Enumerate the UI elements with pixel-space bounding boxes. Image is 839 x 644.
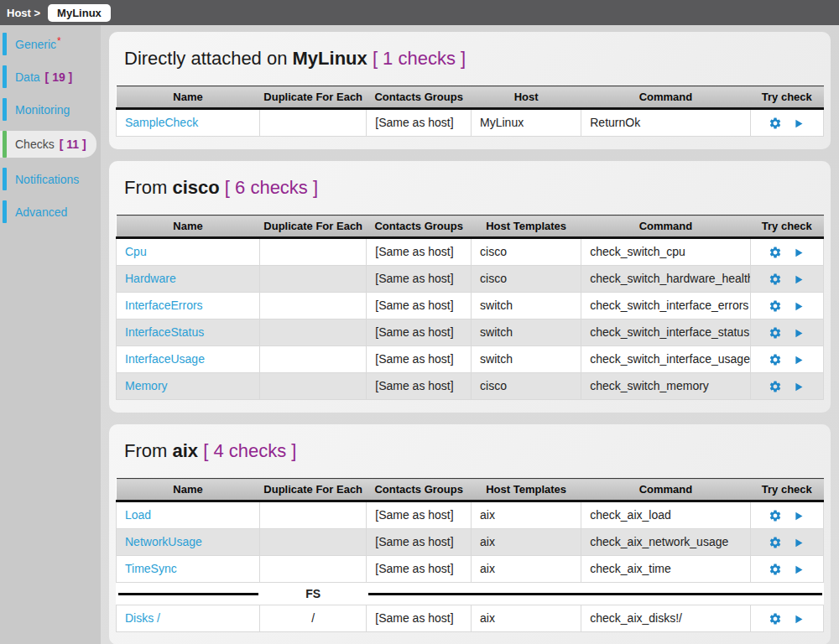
section-title-source: cisco (172, 177, 219, 198)
gear-icon (769, 273, 782, 286)
name-cell: Hardware (117, 266, 260, 293)
check-name-link[interactable]: InterfaceErrors (125, 299, 203, 312)
try-check-cell (750, 346, 823, 373)
play-icon (792, 117, 805, 130)
check-name-link[interactable]: InterfaceStatus (125, 325, 204, 339)
try-check-cell (750, 605, 823, 632)
item-accent-bar (3, 98, 7, 121)
duplicate-for-each-cell (260, 556, 367, 583)
item-accent-bar (3, 168, 7, 190)
try-check-cell (750, 238, 823, 266)
run-check-button[interactable] (792, 327, 805, 340)
run-check-button[interactable] (792, 247, 805, 259)
run-check-button[interactable] (792, 117, 805, 130)
contacts-groups-cell: [Same as host] (367, 109, 472, 137)
check-name-link[interactable]: Hardware (125, 272, 176, 285)
check-row: InterfaceErrors[Same as host]switchcheck… (117, 293, 824, 319)
section-title-source: MyLinux (293, 48, 367, 69)
play-icon (792, 273, 805, 286)
sidebar-item-advanced[interactable]: Advanced (0, 200, 101, 223)
configure-check-button[interactable] (769, 353, 782, 366)
sidebar-item-monitoring[interactable]: Monitoring (0, 98, 101, 121)
check-name-link[interactable]: Cpu (125, 245, 147, 258)
checks-section: Directly attached on MyLinux [ 1 checks … (109, 32, 831, 149)
run-check-button[interactable] (792, 354, 805, 366)
column-header: Duplicate For Each (260, 216, 367, 238)
play-icon (792, 327, 805, 340)
duplicate-separator-row: FS (117, 583, 824, 605)
run-check-button[interactable] (792, 613, 805, 626)
sidebar-item-data[interactable]: Data [ 19 ] (0, 65, 101, 88)
contacts-groups-cell: [Same as host] (367, 319, 472, 346)
section-title: Directly attached on MyLinux [ 1 checks … (124, 47, 824, 70)
table-header-row: NameDuplicate For EachContacts GroupsHos… (117, 86, 824, 109)
run-check-button[interactable] (792, 300, 805, 313)
checks-section: From aix [ 4 checks ] NameDuplicate For … (109, 424, 831, 644)
try-check-cell (750, 501, 823, 529)
check-name-link[interactable]: Memory (125, 379, 168, 392)
play-icon (792, 613, 805, 626)
check-row: TimeSync[Same as host]aixcheck_aix_time (117, 556, 824, 583)
check-name-link[interactable]: Load (125, 508, 151, 522)
name-cell: TimeSync (117, 556, 260, 583)
duplicate-for-each-cell (260, 373, 367, 400)
check-name-link[interactable]: NetworkUsage (125, 535, 202, 548)
command-cell: check_aix_disks!/ (581, 605, 750, 632)
configure-check-button[interactable] (769, 563, 782, 576)
column-header: Command (581, 216, 750, 238)
play-icon (792, 564, 805, 576)
try-check-cell (750, 529, 823, 556)
try-check-cell (750, 556, 823, 583)
run-check-button[interactable] (792, 564, 805, 576)
sidebar-item-notifications[interactable]: Notifications (0, 168, 101, 190)
configure-check-button[interactable] (769, 536, 782, 549)
contacts-groups-cell: [Same as host] (367, 556, 472, 583)
gear-icon (769, 536, 782, 549)
sidebar-item-label: Generic (15, 38, 56, 51)
command-cell: check_switch_cpu (581, 238, 750, 266)
host-tab[interactable]: MyLinux (48, 4, 111, 22)
section-title-prefix: From (124, 440, 172, 461)
gear-icon (769, 117, 782, 130)
command-cell: check_aix_network_usage (581, 529, 750, 556)
configure-check-button[interactable] (769, 273, 782, 286)
configure-check-button[interactable] (769, 246, 782, 259)
sidebar-item-generic[interactable]: Generic * (0, 33, 101, 55)
run-check-button[interactable] (792, 510, 805, 522)
contacts-groups-cell: [Same as host] (367, 373, 472, 400)
section-title: From cisco [ 6 checks ] (124, 176, 824, 200)
configure-check-button[interactable] (769, 380, 782, 393)
column-header: Name (117, 216, 260, 238)
duplicate-for-each-cell: / (260, 605, 367, 632)
name-cell: InterfaceErrors (117, 293, 260, 319)
host-cell: cisco (472, 373, 581, 400)
try-check-cell (750, 293, 823, 319)
check-row: Memory[Same as host]ciscocheck_switch_me… (117, 373, 824, 400)
check-name-link[interactable]: Disks / (125, 611, 160, 625)
play-icon (792, 247, 805, 259)
try-check-cell (750, 109, 823, 137)
section-title: From aix [ 4 checks ] (124, 439, 824, 463)
try-check-cell (750, 266, 823, 293)
configure-check-button[interactable] (769, 117, 782, 130)
host-cell: MyLinux (472, 109, 581, 137)
duplicate-for-each-cell (260, 293, 367, 319)
check-name-link[interactable]: SampleCheck (125, 116, 198, 129)
configure-check-button[interactable] (769, 326, 782, 340)
configure-check-button[interactable] (769, 612, 782, 626)
configure-check-button[interactable] (769, 299, 782, 313)
run-check-button[interactable] (792, 381, 805, 393)
configure-check-button[interactable] (769, 509, 782, 522)
contacts-groups-cell: [Same as host] (367, 238, 472, 266)
check-name-link[interactable]: InterfaceUsage (125, 352, 205, 366)
run-check-button[interactable] (792, 537, 805, 549)
sidebar-item-checks[interactable]: Checks [ 11 ] (0, 131, 96, 158)
gear-icon (769, 612, 782, 626)
breadcrumb: Host > (7, 7, 40, 19)
duplicate-for-each-cell (260, 529, 367, 556)
host-cell: aix (472, 501, 581, 529)
command-cell: check_switch_hardware_health (581, 266, 750, 293)
check-name-link[interactable]: TimeSync (125, 562, 177, 575)
contacts-groups-cell: [Same as host] (367, 605, 472, 632)
run-check-button[interactable] (792, 273, 805, 286)
